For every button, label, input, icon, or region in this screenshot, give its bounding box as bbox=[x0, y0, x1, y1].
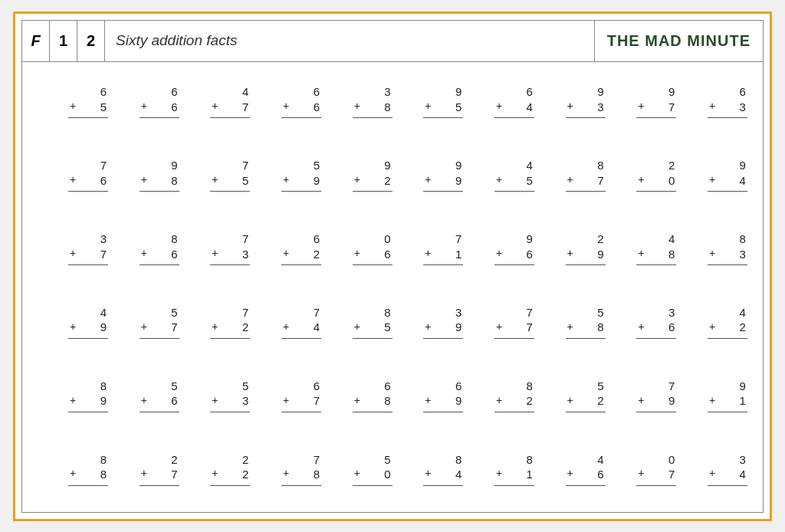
plus-sign: + bbox=[567, 99, 573, 113]
plus-sign: + bbox=[212, 393, 218, 407]
top-num: 8 bbox=[527, 379, 534, 394]
bottom-num: 3 bbox=[242, 393, 250, 409]
bottom-num: 6 bbox=[171, 100, 179, 115]
problem-0-2: 4+7 bbox=[210, 84, 250, 118]
problem-1-4: 9+2 bbox=[353, 158, 392, 192]
problem-5-1: 2+7 bbox=[140, 452, 179, 486]
bottom-num: 7 bbox=[242, 100, 250, 115]
problem-3-6: 7+7 bbox=[494, 305, 534, 339]
top-num: 5 bbox=[597, 305, 605, 320]
problem-3-2: 7+2 bbox=[210, 305, 250, 339]
top-num: 2 bbox=[597, 232, 605, 247]
bottom-num: 6 bbox=[597, 467, 605, 482]
plus-sign: + bbox=[70, 172, 76, 186]
problem-5-9: 3+4 bbox=[708, 452, 747, 486]
problem-5-4: 5+0 bbox=[353, 452, 392, 486]
problems-row-5: 8+82+72+27+85+08+48+14+60+73+4 bbox=[68, 432, 747, 506]
plus-sign: + bbox=[70, 246, 76, 260]
top-num: 5 bbox=[171, 305, 179, 320]
bottom-num: 9 bbox=[455, 320, 463, 335]
plus-sign: + bbox=[141, 246, 147, 260]
problem-3-1: 5+7 bbox=[140, 305, 179, 339]
problem-5-8: 0+7 bbox=[636, 452, 676, 486]
bottom-num: 9 bbox=[668, 393, 676, 409]
plus-sign: + bbox=[567, 320, 573, 333]
top-num: 4 bbox=[740, 305, 747, 320]
plus-sign: + bbox=[70, 99, 76, 113]
problem-5-7: 4+6 bbox=[566, 452, 606, 486]
problem-0-1: 6+6 bbox=[140, 84, 179, 118]
plus-sign: + bbox=[283, 172, 289, 186]
problem-0-5: 9+5 bbox=[423, 84, 463, 118]
plus-sign: + bbox=[354, 246, 360, 260]
top-num: 0 bbox=[668, 452, 676, 468]
problem-1-2: 7+5 bbox=[210, 158, 250, 192]
bottom-num: 7 bbox=[597, 173, 605, 189]
bottom-num: 7 bbox=[171, 320, 179, 335]
problem-4-0: 8+9 bbox=[68, 379, 108, 412]
problem-1-1: 9+8 bbox=[140, 158, 179, 192]
plus-sign: + bbox=[283, 466, 289, 480]
bottom-num: 1 bbox=[527, 467, 534, 482]
problem-1-5: 9+9 bbox=[423, 158, 463, 192]
bottom-num: 0 bbox=[384, 467, 392, 482]
top-num: 8 bbox=[597, 158, 605, 173]
problem-3-9: 4+2 bbox=[708, 305, 747, 339]
problem-3-0: 4+9 bbox=[68, 305, 108, 339]
top-num: 9 bbox=[171, 158, 179, 173]
top-num: 8 bbox=[100, 379, 108, 394]
plus-sign: + bbox=[638, 393, 644, 407]
problem-4-2: 5+3 bbox=[210, 379, 250, 412]
plus-sign: + bbox=[638, 246, 644, 260]
bottom-num: 7 bbox=[171, 467, 179, 482]
problem-2-6: 9+6 bbox=[494, 232, 534, 265]
plus-sign: + bbox=[496, 99, 502, 113]
top-num: 7 bbox=[527, 305, 534, 320]
top-num: 3 bbox=[455, 305, 463, 320]
problem-2-7: 2+9 bbox=[566, 232, 606, 265]
bottom-num: 9 bbox=[597, 247, 605, 262]
top-num: 3 bbox=[384, 84, 392, 100]
top-num: 4 bbox=[527, 158, 534, 173]
top-num: 5 bbox=[384, 452, 392, 468]
problem-3-3: 7+4 bbox=[281, 305, 321, 339]
bottom-num: 7 bbox=[527, 320, 534, 335]
problems-row-0: 6+56+64+76+63+89+56+49+39+76+3 bbox=[68, 65, 747, 139]
plus-sign: + bbox=[212, 246, 218, 260]
problem-3-8: 3+6 bbox=[636, 305, 676, 339]
problem-0-4: 3+8 bbox=[353, 84, 392, 118]
plus-sign: + bbox=[212, 466, 218, 480]
problem-5-0: 8+8 bbox=[68, 452, 108, 486]
top-num: 9 bbox=[740, 379, 747, 394]
top-num: 4 bbox=[100, 305, 108, 320]
bottom-num: 5 bbox=[384, 320, 392, 335]
plus-sign: + bbox=[354, 393, 360, 407]
top-num: 9 bbox=[668, 84, 676, 100]
plus-sign: + bbox=[141, 466, 147, 480]
problem-0-6: 6+4 bbox=[494, 84, 534, 118]
plus-sign: + bbox=[283, 246, 289, 260]
plus-sign: + bbox=[283, 320, 289, 333]
top-num: 8 bbox=[384, 305, 392, 320]
top-num: 0 bbox=[384, 232, 392, 247]
bottom-num: 8 bbox=[384, 393, 392, 409]
top-num: 4 bbox=[597, 452, 605, 468]
inner-container: F 1 2 Sixty addition facts THE MAD MINUT… bbox=[21, 20, 764, 513]
brand-title: THE MAD MINUTE bbox=[595, 21, 763, 61]
problem-2-1: 8+6 bbox=[140, 232, 179, 265]
bottom-num: 8 bbox=[100, 467, 108, 482]
bottom-num: 9 bbox=[455, 173, 463, 189]
bottom-num: 2 bbox=[740, 320, 747, 335]
top-num: 9 bbox=[455, 158, 463, 173]
bottom-num: 6 bbox=[384, 247, 392, 262]
bottom-num: 8 bbox=[668, 247, 676, 262]
top-num: 7 bbox=[668, 379, 676, 394]
outer-border: F 1 2 Sixty addition facts THE MAD MINUT… bbox=[13, 11, 772, 521]
problem-4-7: 5+2 bbox=[566, 379, 606, 412]
top-num: 9 bbox=[455, 84, 463, 100]
problem-2-5: 7+1 bbox=[423, 232, 463, 265]
plus-sign: + bbox=[709, 99, 715, 113]
top-num: 4 bbox=[668, 232, 676, 247]
bottom-num: 2 bbox=[597, 393, 605, 409]
plus-sign: + bbox=[496, 246, 502, 260]
